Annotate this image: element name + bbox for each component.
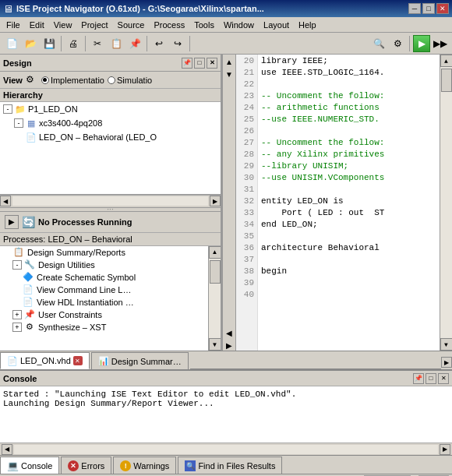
menu-help[interactable]: Help (294, 19, 321, 31)
code-line-21: use IEEE.STD_LOGIC_1164. (261, 66, 436, 78)
console-hscrollbar[interactable]: ◀ ▶ (0, 443, 452, 455)
menu-file[interactable]: File (2, 19, 25, 31)
expand-synthesize[interactable]: + (12, 323, 22, 332)
editor-tab-led-label: LED_ON.vhd (20, 356, 71, 365)
expand-user-constraints[interactable]: + (12, 310, 22, 319)
tab-implementation[interactable]: Implementatio (41, 76, 104, 85)
proc-item-hdl[interactable]: 📄 View HDL Instantiation … (0, 296, 208, 309)
menu-view[interactable]: View (49, 19, 77, 31)
panel-header-buttons: 📌 □ ✕ (182, 58, 217, 69)
code-line-33: Port ( LED : out ST (261, 206, 436, 218)
console-scroll-right[interactable]: ▶ (440, 444, 450, 455)
status-tab-find[interactable]: 🔍 Find in Files Results (178, 457, 282, 474)
proc-item-user-constraints[interactable]: + 📌 User Constraints (0, 309, 208, 321)
ln-35: 35 (239, 230, 254, 242)
side-icon-prev[interactable]: ◀ (224, 327, 235, 338)
menu-tools[interactable]: Tools (189, 19, 219, 31)
file-icon-led-on: 📄 (25, 132, 37, 143)
vscroll-thumb[interactable] (210, 260, 221, 284)
ln-39: 39 (239, 277, 254, 288)
panel-btn-float[interactable]: □ (194, 58, 205, 69)
side-icon-next[interactable]: ▶ (224, 340, 235, 351)
processes-vscroll[interactable]: ▲ ▼ (208, 246, 221, 351)
status-tab-warnings[interactable]: ! Warnings (113, 457, 176, 474)
maximize-button[interactable]: □ (422, 3, 435, 14)
tree-item-xc3s400[interactable]: - ▦ xc3s400-4pq208 (0, 116, 221, 130)
menu-process[interactable]: Process (149, 19, 189, 31)
console-area: Console 📌 □ ✕ Started : "Launching ISE T… (0, 369, 452, 455)
console-content: Started : "Launching ISE Text Editor to … (0, 386, 452, 443)
vscroll-up[interactable]: ▲ (209, 246, 221, 259)
console-pin-btn[interactable]: 📌 (413, 373, 424, 384)
toolbar-copy[interactable]: 📋 (108, 35, 125, 52)
refresh-icon[interactable]: 🔄 (22, 216, 35, 228)
radio-simulation[interactable] (108, 76, 115, 84)
panel-btn-pin[interactable]: 📌 (182, 58, 192, 69)
toolbar-print[interactable]: 🖨 (65, 35, 82, 52)
code-vscroll-down[interactable]: ▼ (440, 338, 453, 351)
menu-edit[interactable]: Edit (25, 19, 49, 31)
console-float-btn[interactable]: □ (426, 373, 436, 384)
code-vscroll[interactable]: ▲ ▼ (440, 55, 452, 351)
console-scroll-left[interactable]: ◀ (2, 444, 12, 455)
status-tab-console[interactable]: 💻 Console (0, 457, 59, 474)
ln-28: 28 (239, 148, 254, 160)
tree-item-led-on[interactable]: 📄 LED_ON – Behavioral (LED_O (0, 130, 221, 144)
tree-item-p1[interactable]: - 📁 P1_LED_ON (0, 102, 221, 116)
ln-23: 23 (239, 90, 254, 101)
toolbar-save[interactable]: 💾 (41, 35, 58, 52)
radio-implementation[interactable] (41, 76, 49, 84)
menu-source[interactable]: Source (113, 19, 150, 31)
toolbar-search[interactable]: 🔍 (370, 35, 387, 52)
toolbar-undo[interactable]: ↩ (150, 35, 168, 52)
toolbar-open[interactable]: 📂 (22, 35, 39, 52)
proc-item-schematic[interactable]: 🔷 Create Schematic Symbol (0, 271, 208, 284)
vscroll-track (209, 259, 221, 339)
hscroll-right[interactable]: ▶ (210, 196, 221, 206)
status-tab-errors[interactable]: ✕ Errors (61, 457, 111, 474)
tree-label-p1: P1_LED_ON (28, 104, 78, 114)
ln-21: 21 (239, 66, 254, 78)
editor-tab-led-close[interactable]: ✕ (73, 356, 83, 365)
hscroll-left[interactable]: ◀ (0, 196, 11, 206)
toolbar-redo[interactable]: ↪ (169, 35, 186, 52)
code-vscroll-thumb[interactable] (441, 69, 452, 92)
code-area: 20 21 22 23 24 25 26 27 28 29 30 31 32 3… (236, 55, 452, 351)
proc-item-synthesize[interactable]: + ⚙ Synthesize – XST (0, 321, 208, 333)
vscroll-down[interactable]: ▼ (209, 338, 221, 351)
proc-item-design-utilities[interactable]: - 🔧 Design Utilities (0, 259, 208, 271)
ln-31: 31 (239, 183, 254, 195)
proc-item-design-summary[interactable]: 📋 Design Summary/Reports (0, 246, 208, 259)
toolbar-sep4 (189, 36, 190, 51)
toolbar-cut[interactable]: ✂ (89, 35, 106, 52)
editor-tab-more[interactable]: ▶ (441, 357, 452, 368)
toolbar-run[interactable]: ▶ (413, 35, 430, 52)
expand-design-utilities[interactable]: - (12, 260, 22, 270)
close-button[interactable]: ✕ (436, 3, 449, 14)
toolbar-run2[interactable]: ▶▶ (432, 35, 449, 52)
editor-tab-design-summary[interactable]: 📊 Design Summar… (91, 352, 189, 369)
menu-window[interactable]: Window (219, 19, 259, 31)
code-content[interactable]: library IEEE; use IEEE.STD_LOGIC_1164. -… (258, 55, 440, 351)
editor-tab-ds-label: Design Summar… (111, 357, 182, 366)
menu-project[interactable]: Project (76, 19, 112, 31)
proc-item-cmdline[interactable]: 📄 View Command Line L… (0, 284, 208, 296)
toolbar-new[interactable]: 📄 (3, 35, 20, 52)
toolbar-paste[interactable]: 📌 (126, 35, 143, 52)
minimize-button[interactable]: ─ (408, 3, 421, 14)
panel-btn-close[interactable]: ✕ (207, 58, 217, 69)
side-icon-up[interactable]: ▲ (224, 56, 235, 67)
toolbar-settings[interactable]: ⚙ (389, 35, 406, 52)
editor-tab-led-on[interactable]: 📄 LED_ON.vhd ✕ (0, 352, 90, 369)
side-icon-down[interactable]: ▼ (224, 69, 235, 79)
expand-xc3s400[interactable]: - (14, 118, 23, 128)
play-button[interactable]: ▶ (5, 215, 19, 229)
menu-layout[interactable]: Layout (259, 19, 294, 31)
processes-header-text: Processes: LED_ON – Behavioral (3, 234, 132, 244)
view-gear-icon[interactable]: ⚙ (26, 74, 38, 86)
code-vscroll-up[interactable]: ▲ (440, 55, 453, 67)
tab-simulation[interactable]: Simulatio (108, 76, 152, 85)
expand-p1[interactable]: - (3, 104, 12, 114)
console-scroll-track[interactable] (14, 445, 438, 454)
console-close-btn[interactable]: ✕ (438, 373, 449, 384)
